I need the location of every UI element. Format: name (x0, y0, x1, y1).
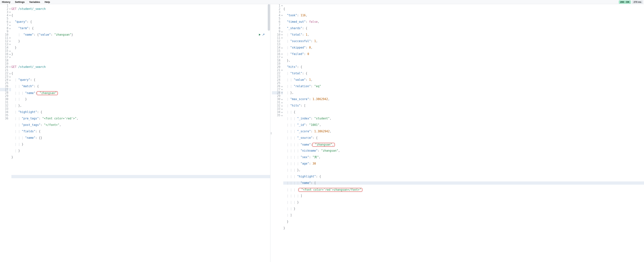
response-editor[interactable]: 1234567891011121314151617181920212223242… (272, 4, 644, 262)
json-number: 0 (308, 52, 309, 56)
json-key: "relation" (294, 85, 311, 88)
json-key: "_score" (297, 130, 311, 133)
json-key: "pre_tags" (22, 117, 39, 120)
response-fold-column[interactable]: ▾▾▴▾▾▴▾▾▾▴▾▾▴▴▴▴▴▴ (281, 4, 283, 262)
json-key: "failed" (290, 52, 304, 56)
response-pane[interactable]: 1234567891011121314151617181920212223242… (272, 4, 644, 262)
menu: History Settings Variables Help (1, 0, 51, 4)
json-number: 1.3862942 (314, 130, 330, 133)
json-key: "total" (290, 72, 302, 75)
line-actions (258, 33, 265, 36)
request-gutter: 1234567891011121314151617181920212223242… (0, 4, 9, 262)
status-badge-ok: 200 - OK (619, 0, 631, 4)
request-fold-column[interactable]: ▾▾▾▴▴▴▾▾▾▴▴▾▾▴▴▴ (9, 4, 11, 262)
json-key: "timed_out" (287, 20, 306, 23)
json-string: "zhangsan" (40, 91, 57, 95)
menu-variables[interactable]: Variables (28, 0, 41, 4)
json-key: "_index" (297, 117, 311, 120)
json-key: "name" (25, 91, 35, 95)
json-key: "_source" (297, 136, 312, 140)
response-gutter: 1234567891011121314151617181920212223242… (272, 4, 281, 262)
json-key: "name" (300, 143, 311, 146)
json-key: "value" (39, 33, 51, 36)
json-key: "query" (18, 78, 30, 81)
json-number: 1 (309, 78, 311, 81)
http-method: GET (12, 7, 16, 11)
json-empty: {} (39, 136, 42, 140)
json-key: "hits" (287, 65, 297, 69)
json-key: "hits" (290, 104, 300, 107)
json-string: "</font>" (44, 123, 60, 127)
status-badge-time: 270 ms (632, 0, 643, 4)
menu-settings[interactable]: Settings (14, 0, 26, 4)
json-string: "zhangsan" (315, 143, 332, 146)
json-key: "match" (22, 85, 34, 88)
json-string: "student" (314, 117, 330, 120)
json-key: "skipped" (290, 46, 306, 49)
callout-response-highlight: "<font color='red'>zhangsan</font>" (298, 188, 362, 192)
request-scrollbar[interactable] (268, 4, 270, 262)
json-number: 30 (312, 162, 316, 165)
http-path: /student/_search (18, 65, 46, 69)
json-key: "took" (287, 14, 297, 17)
json-number: 116 (300, 14, 306, 17)
json-string: "zhangsan" (54, 33, 71, 36)
http-path: /student/_search (18, 7, 46, 11)
request-pane[interactable]: 1234567891011121314151617181920212223242… (0, 4, 270, 262)
workspace: 1234567891011121314151617181920212223242… (0, 4, 644, 262)
json-string: "zhangsan" (321, 149, 338, 152)
json-key: "highlight" (297, 175, 316, 178)
json-key: "fields" (22, 130, 35, 133)
http-method: GET (12, 65, 16, 69)
json-string: "1001" (309, 123, 319, 127)
menu-help[interactable]: Help (44, 0, 51, 4)
response-code[interactable]: { "took": 116, "timed_out": false, "_sha… (283, 4, 644, 262)
json-bool: false (309, 20, 318, 23)
json-string: "eq" (314, 85, 321, 88)
json-key: "name" (25, 136, 35, 140)
json-key: "value" (294, 78, 306, 81)
toolbar: History Settings Variables Help 200 - OK… (0, 0, 644, 4)
json-key: "term" (18, 26, 28, 30)
json-key: "query" (15, 20, 27, 23)
json-key: "_id" (297, 123, 306, 127)
json-key: "highlight" (18, 110, 37, 114)
json-key: "name" (23, 33, 34, 36)
json-number: 0 (309, 46, 311, 49)
pane-splitter[interactable]: || (270, 4, 272, 262)
json-string: "<font color='red'>" (42, 117, 77, 120)
wrench-icon[interactable] (262, 33, 265, 36)
callout-request-name: "zhangsan" (36, 91, 58, 95)
request-editor[interactable]: 1234567891011121314151617181920212223242… (0, 4, 270, 262)
json-key: "max_score" (290, 97, 309, 101)
json-key: "sex" (300, 155, 309, 159)
json-key: "age" (300, 162, 309, 165)
json-number: 1 (306, 33, 308, 36)
json-string: "<font color='red'>zhangsan</font>" (301, 188, 361, 192)
json-number: 1.3862942 (312, 97, 328, 101)
json-key: "post_tags" (22, 123, 40, 127)
request-code[interactable]: GET /student/_search { "query": { "term"… (11, 4, 270, 262)
menu-history[interactable]: History (1, 0, 11, 4)
run-icon[interactable] (258, 33, 261, 36)
json-string: "男" (312, 155, 319, 159)
json-key: "total" (290, 33, 302, 36)
json-key: "name" (300, 181, 311, 185)
json-key: "_shards" (287, 26, 302, 30)
callout-response-name: "zhangsan", (312, 143, 335, 147)
json-key: "successful" (290, 39, 311, 43)
json-number: 1 (314, 39, 316, 43)
json-key: "nickname" (300, 149, 318, 152)
